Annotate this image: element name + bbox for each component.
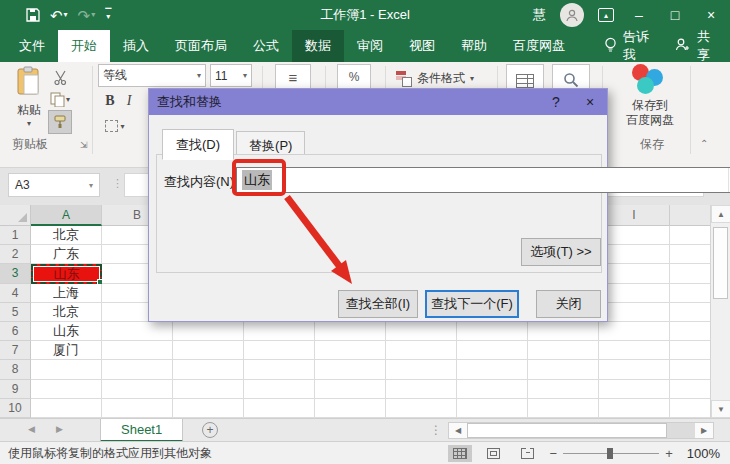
column-header-idx9[interactable] [670,205,710,226]
italic-button[interactable]: I [122,92,136,110]
cell-E8[interactable] [315,360,386,379]
row-header-4[interactable]: 4 [0,284,31,303]
ribbon-tab-9[interactable]: 百度网盘 [500,30,578,62]
cell-H6[interactable] [528,322,599,341]
row-header-3[interactable]: 3 [0,264,31,283]
cell-98[interactable] [670,360,710,379]
cell-93[interactable] [670,264,710,283]
dialog-title-bar[interactable]: 查找和替换 ? × [149,89,607,115]
selected-cell-A3[interactable]: 山东 [31,264,102,283]
redo-icon[interactable]: ↷▾ [78,8,96,23]
cell-99[interactable] [670,380,710,399]
cell-D10[interactable] [244,399,315,418]
cell-A7[interactable]: 厦门 [31,341,102,360]
cell-F10[interactable] [386,399,457,418]
cell-I5[interactable] [599,303,670,322]
add-sheet-button[interactable]: + [202,422,218,438]
paste-button[interactable]: 粘贴 ▾ [10,66,48,136]
find-next-button[interactable]: 查找下一个(F) [425,290,519,318]
name-box[interactable]: A3 ▾ [8,173,100,197]
copy-icon[interactable]: ▾ [50,90,70,108]
cell-I4[interactable] [599,284,670,303]
zoom-out-icon[interactable]: − [550,446,558,461]
cell-91[interactable] [670,226,710,245]
page-layout-view-button[interactable] [482,445,506,462]
cell-H8[interactable] [528,360,599,379]
scroll-down-icon[interactable]: ▼ [711,400,730,418]
row-header-9[interactable]: 9 [0,380,31,399]
page-break-view-button[interactable] [516,445,540,462]
vertical-scroll-thumb[interactable] [713,227,728,299]
cell-I10[interactable] [599,399,670,418]
name-box-dropdown-icon[interactable]: ▾ [89,181,93,190]
undo-icon[interactable]: ↶▾ [50,8,68,23]
ribbon-tab-3[interactable]: 页面布局 [162,30,240,62]
cell-G10[interactable] [457,399,528,418]
cell-97[interactable] [670,341,710,360]
cell-A6[interactable]: 山东 [31,322,102,341]
cell-F8[interactable] [386,360,457,379]
cell-G8[interactable] [457,360,528,379]
cut-icon[interactable] [50,68,70,86]
baidu-netdisk-icon[interactable] [630,64,668,96]
ribbon-tab-2[interactable]: 插入 [110,30,162,62]
cell-E7[interactable] [315,341,386,360]
close-button[interactable]: × [700,7,722,23]
cell-D9[interactable] [244,380,315,399]
cell-B6[interactable] [102,322,173,341]
cell-F6[interactable] [386,322,457,341]
cell-I1[interactable] [599,226,670,245]
dialog-help-button[interactable]: ? [539,94,573,110]
user-name[interactable]: 慧 [533,6,546,24]
zoom-in-icon[interactable]: + [665,446,673,461]
cell-A8[interactable] [31,360,102,379]
ribbon-tab-0[interactable]: 文件 [6,30,58,62]
font-size-combo[interactable]: 11▾ [210,64,252,87]
cell-A5[interactable]: 北京 [31,303,102,322]
cell-I7[interactable] [599,341,670,360]
cell-A10[interactable] [31,399,102,418]
normal-view-button[interactable] [448,445,472,462]
cell-H7[interactable] [528,341,599,360]
dialog-close-button[interactable]: × [573,94,607,110]
borders-button[interactable]: ▾ [100,116,130,136]
cell-H9[interactable] [528,380,599,399]
horizontal-scrollbar[interactable]: ◀ ▶ [448,422,714,439]
options-button[interactable]: 选项(T) >> [521,238,601,266]
cell-F7[interactable] [386,341,457,360]
cell-B8[interactable] [102,360,173,379]
select-all-corner[interactable] [0,205,31,226]
save-to-baidu-button[interactable]: 保存到 百度网盘 [612,98,688,128]
cell-I2[interactable] [599,245,670,264]
cell-I9[interactable] [599,380,670,399]
find-what-combo[interactable]: 山东 ▼ [236,167,730,193]
maximize-button[interactable]: □ [664,7,686,23]
cell-D8[interactable] [244,360,315,379]
ribbon-tab-4[interactable]: 公式 [240,30,292,62]
row-header-1[interactable]: 1 [0,226,31,245]
customize-qat-icon[interactable]: ▔▾ [105,11,111,19]
cell-I6[interactable] [599,322,670,341]
paste-dropdown-icon[interactable]: ▾ [27,119,31,128]
tab-find[interactable]: 查找(D) [162,129,234,160]
scroll-up-icon[interactable]: ▲ [711,205,730,223]
cell-F9[interactable] [386,380,457,399]
scrollbar-resize-handle[interactable]: ⋮ [430,423,442,437]
conditional-format-button[interactable]: 条件格式 ▾ [396,70,474,87]
bold-button[interactable]: B [102,92,118,110]
cell-D7[interactable] [244,341,315,360]
font-name-combo[interactable]: 等线▾ [98,64,206,87]
cell-A9[interactable] [31,380,102,399]
row-header-5[interactable]: 5 [0,303,31,322]
scroll-right-icon[interactable]: ▶ [695,423,713,438]
cell-E9[interactable] [315,380,386,399]
zoom-slider[interactable] [563,453,659,454]
font-size-dropdown-icon[interactable]: ▾ [243,71,247,80]
cell-C8[interactable] [173,360,244,379]
cell-96[interactable] [670,322,710,341]
clipboard-dialog-launcher-icon[interactable]: ⇲ [80,140,88,150]
find-all-button[interactable]: 查找全部(I) [338,290,418,318]
save-icon[interactable] [26,8,40,22]
scroll-left-icon[interactable]: ◀ [449,423,467,438]
percent-format-button[interactable]: % [337,64,371,90]
